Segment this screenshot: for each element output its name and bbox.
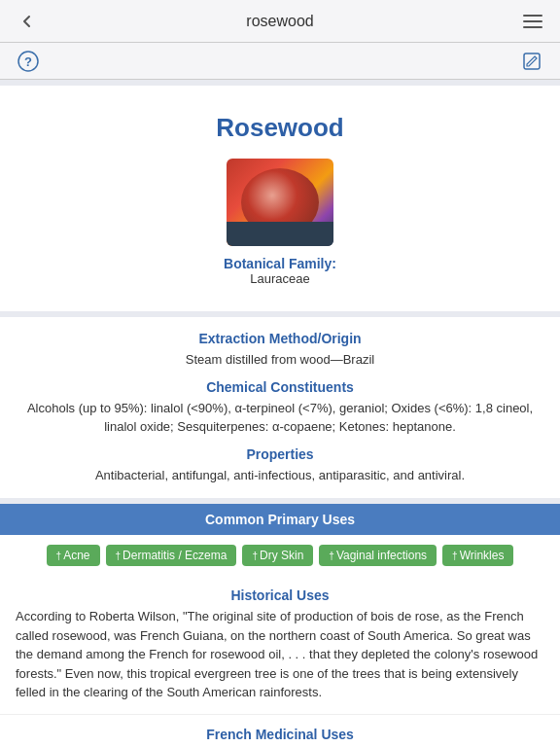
icon-bar: ? — [0, 43, 560, 80]
french-medicinal-card: French Medicinal Uses Acne, candida, dep… — [0, 714, 560, 748]
image-container: Botanical Family: Lauraceae — [16, 151, 544, 298]
french-medicinal-header: French Medicinal Uses — [16, 727, 544, 742]
common-uses-section: Common Primary Uses † Acne † Dermatitis … — [0, 504, 560, 576]
details-card: Extraction Method/Origin Steam distilled… — [0, 317, 560, 498]
svg-rect-0 — [523, 15, 542, 17]
tag-vaginal[interactable]: † Vaginal infections — [319, 545, 437, 566]
tag-label-vaginal: Vaginal infections — [336, 549, 427, 562]
tag-wrinkles[interactable]: † Wrinkles — [442, 545, 513, 566]
tag-label-wrinkles: Wrinkles — [460, 549, 505, 562]
svg-rect-1 — [523, 20, 542, 22]
botanical-family-value: Lauraceae — [250, 271, 309, 286]
tag-icon-dry-skin: † — [252, 551, 258, 561]
help-button[interactable]: ? — [14, 47, 43, 76]
tag-acne[interactable]: † Acne — [47, 545, 100, 566]
tag-dry-skin[interactable]: † Dry Skin — [242, 545, 313, 566]
nav-title: rosewood — [41, 13, 519, 30]
tags-row: † Acne † Dermatitis / Eczema † Dry Skin … — [0, 535, 560, 576]
common-uses-header: Common Primary Uses — [0, 504, 560, 535]
tag-label-dry-skin: Dry Skin — [260, 549, 303, 562]
constituents-header: Chemical Constituents — [16, 379, 544, 395]
properties-text: Antibacterial, antifungal, anti-infectio… — [16, 466, 544, 485]
properties-header: Properties — [16, 446, 544, 462]
tag-icon-wrinkles: † — [452, 551, 458, 561]
tag-icon-vaginal: † — [329, 551, 334, 561]
constituents-text: Alcohols (up to 95%): linalol (<90%), α-… — [16, 399, 544, 437]
svg-text:?: ? — [24, 54, 32, 69]
svg-rect-2 — [523, 26, 542, 28]
tag-icon-dermatitis: † — [116, 551, 122, 561]
extraction-text: Steam distilled from wood—Brazil — [16, 350, 544, 370]
tag-label-dermatitis: Dermatitis / Eczema — [122, 549, 227, 562]
tag-label-acne: Acne — [63, 549, 89, 562]
title-card: Rosewood Botanical Family: Lauraceae — [0, 86, 560, 311]
plant-image — [227, 159, 333, 246]
back-button[interactable] — [14, 8, 41, 35]
historical-header: Historical Uses — [16, 587, 544, 603]
edit-button[interactable] — [517, 47, 546, 76]
page-title: Rosewood — [16, 99, 544, 151]
extraction-header: Extraction Method/Origin — [16, 331, 544, 346]
tag-dermatitis[interactable]: † Dermatitis / Eczema — [106, 545, 237, 566]
tag-icon-acne: † — [56, 551, 62, 561]
menu-button[interactable] — [519, 8, 546, 35]
botanical-family-label: Botanical Family: — [224, 256, 336, 271]
historical-card: Historical Uses According to Roberta Wil… — [0, 576, 560, 714]
historical-text: According to Roberta Wilson, "The origin… — [16, 607, 544, 702]
main-content: Rosewood Botanical Family: Lauraceae Ext… — [0, 86, 560, 747]
nav-bar: rosewood — [0, 0, 560, 43]
